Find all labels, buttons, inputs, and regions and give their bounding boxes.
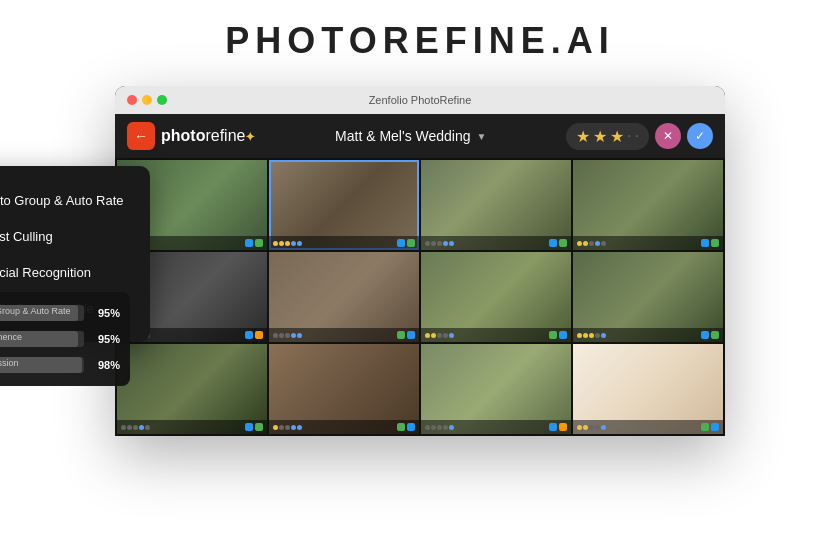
dot-1: ·	[627, 127, 631, 145]
color-tag	[549, 423, 557, 431]
rating-9	[121, 425, 243, 430]
photo-cell-8[interactable]	[573, 252, 723, 342]
color-tag	[245, 331, 253, 339]
browser-tab: Zenfolio PhotoRefine	[369, 94, 472, 106]
rd-active	[431, 333, 436, 338]
color-tag-green	[549, 331, 557, 339]
app-toolbar: ← photorefine✦ Matt & Mel's Wedding ▼ ★ …	[115, 114, 725, 158]
prominence-label: Prominence	[0, 332, 22, 342]
logo-refine: refine	[205, 127, 245, 144]
browser-window: ⊞ Auto Group & Auto Rate ⚡ Fast Culling …	[115, 86, 725, 436]
photo-cell-10[interactable]	[269, 344, 419, 434]
feature-facial-recognition: ☺ Facial Recognition	[0, 254, 130, 290]
photo-cell-12[interactable]	[573, 344, 723, 434]
color-tag-green	[711, 331, 719, 339]
feature-fast-culling: ⚡ Fast Culling	[0, 218, 130, 254]
accept-button[interactable]: ✓	[687, 123, 713, 149]
color-tag	[701, 239, 709, 247]
photo-grid	[115, 158, 725, 436]
rd	[279, 425, 284, 430]
rd	[595, 425, 600, 430]
rating-2	[273, 241, 395, 246]
rd-blue	[297, 425, 302, 430]
color-tag	[407, 423, 415, 431]
rd	[437, 333, 442, 338]
color-tag	[701, 331, 709, 339]
rd	[285, 425, 290, 430]
stat-in-focus: ▲ Auto Group & Auto Rate 95%	[0, 300, 120, 326]
rd-blue	[297, 333, 302, 338]
rd-active	[279, 241, 284, 246]
prominence-value: 95%	[92, 333, 120, 345]
photo-cell-3[interactable]	[421, 160, 571, 250]
window-controls	[127, 95, 167, 105]
photo-cell-9[interactable]	[117, 344, 267, 434]
color-tag-orange	[255, 331, 263, 339]
rd-blue	[449, 241, 454, 246]
close-dot[interactable]	[127, 95, 137, 105]
rd	[425, 241, 430, 246]
expression-bar: Expression	[0, 357, 84, 373]
photo-cell-2[interactable]	[269, 160, 419, 250]
rd-blue	[291, 241, 296, 246]
color-tag-green	[397, 331, 405, 339]
rd	[127, 425, 132, 430]
rd-active	[273, 241, 278, 246]
rd	[285, 333, 290, 338]
maximize-dot[interactable]	[157, 95, 167, 105]
rd	[273, 333, 278, 338]
photo-cell-4[interactable]	[573, 160, 723, 250]
rd	[443, 333, 448, 338]
color-tag-green	[701, 423, 709, 431]
star-3: ★	[610, 127, 624, 146]
rd-active	[577, 425, 582, 430]
reject-button[interactable]: ✕	[655, 123, 681, 149]
photo-bar-10	[269, 420, 419, 434]
star-rating[interactable]: ★ ★ ★ · ·	[566, 123, 649, 150]
album-name: Matt & Mel's Wedding	[335, 128, 470, 144]
expression-value: 98%	[92, 359, 120, 371]
photo-bar-9	[117, 420, 267, 434]
album-selector[interactable]: Matt & Mel's Wedding ▼	[335, 128, 486, 144]
rd	[437, 425, 442, 430]
in-focus-value: 95%	[92, 307, 120, 319]
stats-panel: ▲ Auto Group & Auto Rate 95% ◎ Prominenc…	[0, 292, 130, 386]
photo-bar-2	[269, 236, 419, 250]
color-tag-green	[255, 423, 263, 431]
logo-icon: ←	[127, 122, 155, 150]
expression-label: Expression	[0, 358, 19, 368]
photo-bar-6	[269, 328, 419, 342]
minimize-dot[interactable]	[142, 95, 152, 105]
rd-active	[583, 333, 588, 338]
rd-active	[285, 241, 290, 246]
rd-active	[589, 333, 594, 338]
photo-cell-6[interactable]	[269, 252, 419, 342]
rating-4	[577, 241, 699, 246]
photo-bar-7	[421, 328, 571, 342]
rd	[443, 425, 448, 430]
rating-3	[425, 241, 547, 246]
feature-label-auto-group: Auto Group & Auto Rate	[0, 193, 123, 208]
logo-photo: photo	[161, 127, 205, 144]
in-focus-bar: Auto Group & Auto Rate	[0, 305, 84, 321]
photo-bar-3	[421, 236, 571, 250]
rating-11	[425, 425, 547, 430]
rd	[121, 425, 126, 430]
color-tag-orange	[559, 423, 567, 431]
rd	[437, 241, 442, 246]
dot-2: ·	[635, 127, 639, 145]
rd-blue	[595, 241, 600, 246]
rd-active	[583, 241, 588, 246]
browser-titlebar: Zenfolio PhotoRefine	[115, 86, 725, 114]
page-title: PHOTOREFINE.AI	[225, 20, 614, 62]
rating-7	[425, 333, 547, 338]
title-text: PHOTOREFINE.AI	[225, 20, 614, 61]
rd	[425, 425, 430, 430]
photo-cell-11[interactable]	[421, 344, 571, 434]
photo-cell-7[interactable]	[421, 252, 571, 342]
rd-blue	[601, 333, 606, 338]
color-tag	[407, 331, 415, 339]
rd-blue	[297, 241, 302, 246]
rd-blue	[449, 333, 454, 338]
color-tag	[245, 423, 253, 431]
